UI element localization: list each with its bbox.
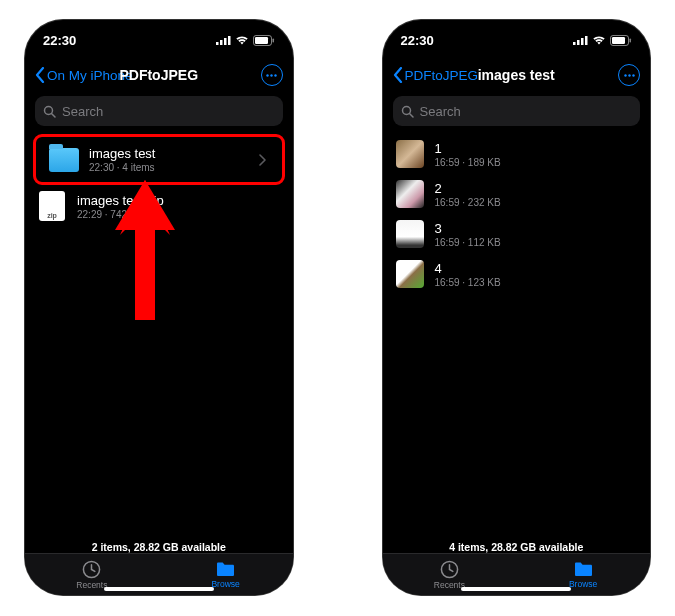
ellipsis-icon <box>624 74 635 77</box>
svg-point-7 <box>266 74 268 76</box>
ellipsis-icon <box>266 74 277 77</box>
clock-icon <box>82 560 101 579</box>
zip-icon: zip <box>39 191 65 221</box>
search-icon <box>43 105 56 118</box>
svg-rect-16 <box>581 38 584 45</box>
folder-icon <box>573 561 594 578</box>
svg-rect-6 <box>272 38 274 42</box>
svg-point-9 <box>274 74 276 76</box>
svg-rect-5 <box>255 37 268 44</box>
svg-rect-15 <box>577 40 580 45</box>
item-sub: 16:59 · 189 KB <box>435 157 639 168</box>
item-sub: 16:59 · 123 KB <box>435 277 639 288</box>
image-thumbnail <box>396 140 424 168</box>
notch <box>96 20 221 46</box>
phone-left: 22:30 On My iPhone PDFtoJPEG Search imag… <box>25 20 293 595</box>
wifi-icon <box>235 35 249 45</box>
search-field[interactable]: Search <box>35 96 283 126</box>
svg-line-11 <box>52 113 56 117</box>
list-item[interactable]: 4 16:59 · 123 KB <box>383 254 651 294</box>
search-placeholder: Search <box>420 104 461 119</box>
tab-label: Browse <box>211 579 239 589</box>
back-button[interactable]: PDFtoJPEG <box>393 67 479 83</box>
row-text: 4 16:59 · 123 KB <box>435 261 639 288</box>
status-icons <box>573 35 632 46</box>
home-indicator[interactable] <box>104 587 214 591</box>
chevron-right-icon <box>259 154 266 166</box>
row-text: 2 16:59 · 232 KB <box>435 181 639 208</box>
svg-rect-20 <box>630 38 632 42</box>
item-name: images test.zip <box>77 193 281 208</box>
svg-rect-0 <box>216 42 219 45</box>
tab-label: Browse <box>569 579 597 589</box>
image-thumbnail <box>396 180 424 208</box>
nav-bar: PDFtoJPEG images test <box>383 60 651 92</box>
search-field[interactable]: Search <box>393 96 641 126</box>
svg-point-23 <box>632 74 634 76</box>
notch <box>454 20 579 46</box>
item-sub: 16:59 · 232 KB <box>435 197 639 208</box>
file-list: 1 16:59 · 189 KB 2 16:59 · 232 KB 3 16:5… <box>383 134 651 294</box>
list-item[interactable]: 1 16:59 · 189 KB <box>383 134 651 174</box>
file-list: images test 22:30 · 4 items zip images t… <box>25 134 293 227</box>
svg-rect-19 <box>612 37 625 44</box>
phone-right: 22:30 PDFtoJPEG images test Search 1 16:… <box>383 20 651 595</box>
row-text: 3 16:59 · 112 KB <box>435 221 639 248</box>
svg-rect-3 <box>228 36 231 45</box>
svg-point-22 <box>628 74 630 76</box>
nav-title: images test <box>478 67 555 83</box>
svg-line-25 <box>409 113 413 117</box>
nav-title: PDFtoJPEG <box>119 67 198 83</box>
back-button[interactable]: On My iPhone <box>35 67 133 83</box>
status-time: 22:30 <box>43 33 76 48</box>
svg-rect-17 <box>585 36 588 45</box>
item-name: 1 <box>435 141 639 156</box>
list-item[interactable]: 2 16:59 · 232 KB <box>383 174 651 214</box>
clock-icon <box>440 560 459 579</box>
item-name: 2 <box>435 181 639 196</box>
chevron-left-icon <box>35 67 45 83</box>
folder-icon <box>215 561 236 578</box>
folder-icon <box>49 148 79 172</box>
list-item[interactable]: 3 16:59 · 112 KB <box>383 214 651 254</box>
home-indicator[interactable] <box>461 587 571 591</box>
svg-rect-2 <box>224 38 227 45</box>
item-sub: 22:30 · 4 items <box>89 162 249 173</box>
nav-bar: On My iPhone PDFtoJPEG <box>25 60 293 92</box>
row-text: images test 22:30 · 4 items <box>89 146 249 173</box>
svg-rect-14 <box>573 42 576 45</box>
row-text: 1 16:59 · 189 KB <box>435 141 639 168</box>
item-name: images test <box>89 146 249 161</box>
svg-point-8 <box>270 74 272 76</box>
more-button[interactable] <box>261 64 283 86</box>
image-thumbnail <box>396 220 424 248</box>
svg-rect-1 <box>220 40 223 45</box>
battery-icon <box>253 35 275 46</box>
footer-status: 2 items, 28.82 GB available <box>25 541 293 553</box>
row-text: images test.zip 22:29 · 742 KB <box>77 193 281 220</box>
status-icons <box>216 35 275 46</box>
footer-status: 4 items, 28.82 GB available <box>383 541 651 553</box>
item-name: 4 <box>435 261 639 276</box>
back-label: PDFtoJPEG <box>405 68 479 83</box>
search-icon <box>401 105 414 118</box>
battery-icon <box>610 35 632 46</box>
highlight-box: images test 22:30 · 4 items <box>33 134 285 185</box>
chevron-left-icon <box>393 67 403 83</box>
more-button[interactable] <box>618 64 640 86</box>
item-name: 3 <box>435 221 639 236</box>
item-sub: 22:29 · 742 KB <box>77 209 281 220</box>
image-thumbnail <box>396 260 424 288</box>
list-item-zip[interactable]: zip images test.zip 22:29 · 742 KB <box>25 185 293 227</box>
item-sub: 16:59 · 112 KB <box>435 237 639 248</box>
status-time: 22:30 <box>401 33 434 48</box>
svg-point-21 <box>624 74 626 76</box>
wifi-icon <box>592 35 606 45</box>
list-item-folder[interactable]: images test 22:30 · 4 items <box>37 140 278 179</box>
search-placeholder: Search <box>62 104 103 119</box>
